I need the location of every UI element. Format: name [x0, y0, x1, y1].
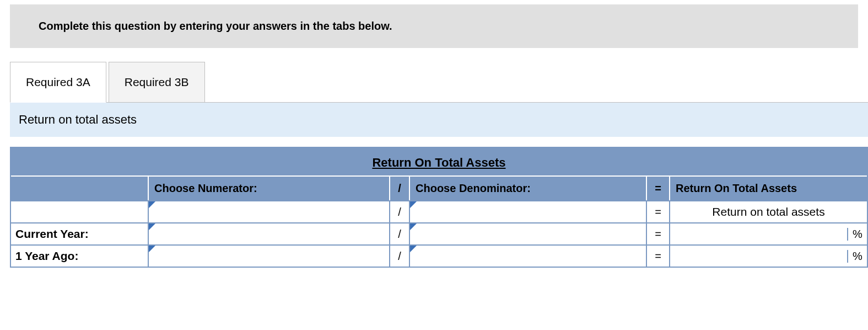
table-title: Return On Total Assets [11, 148, 867, 177]
result-cell: % [670, 222, 867, 244]
denominator-input-wrap [410, 201, 646, 222]
denominator-input[interactable] [410, 223, 646, 244]
header-result: Return On Total Assets [670, 177, 867, 200]
row-label [11, 200, 149, 222]
percent-label: % [847, 228, 867, 241]
table-header-row: Choose Numerator: / Choose Denominator: … [11, 177, 867, 200]
row-label: 1 Year Ago: [11, 244, 149, 267]
divide-op: / [390, 244, 410, 267]
instruction-bar: Complete this question by entering your … [10, 4, 858, 48]
header-equals: = [647, 177, 670, 200]
equals-op: = [647, 200, 670, 222]
denominator-cell [410, 244, 647, 267]
result-static-label: Return on total assets [670, 202, 867, 222]
percent-label: % [847, 250, 867, 263]
divide-op: / [390, 200, 410, 222]
numerator-input[interactable] [149, 246, 389, 267]
result-input[interactable] [670, 225, 847, 244]
denominator-cell [410, 200, 647, 222]
tab-label: Required 3A [26, 76, 90, 88]
numerator-input-wrap [149, 223, 389, 244]
row-label: Current Year: [11, 222, 149, 244]
header-denominator: Choose Denominator: [410, 177, 647, 200]
numerator-input-wrap [149, 201, 389, 222]
equals-op: = [647, 222, 670, 244]
equals-op: = [647, 244, 670, 267]
numerator-input[interactable] [149, 223, 389, 244]
tab-required-3a[interactable]: Required 3A [10, 62, 106, 103]
tabs-container: Required 3A Required 3B [10, 61, 868, 102]
denominator-input-wrap [410, 223, 646, 244]
numerator-input[interactable] [149, 201, 389, 222]
result-cell: % [670, 244, 867, 267]
result-input-wrap [670, 225, 847, 244]
numerator-cell [149, 244, 390, 267]
denominator-cell [410, 222, 647, 244]
numerator-input-wrap [149, 246, 389, 267]
numerator-cell [149, 222, 390, 244]
result-input-wrap [670, 247, 847, 266]
result-input[interactable] [670, 247, 847, 266]
numerator-cell [149, 200, 390, 222]
answer-table: Return On Total Assets Choose Numerator:… [10, 147, 868, 268]
divide-op: / [390, 222, 410, 244]
tab-label: Required 3B [125, 76, 189, 88]
denominator-input-wrap [410, 246, 646, 267]
table-row: Current Year: / = % [11, 222, 867, 244]
table-row: 1 Year Ago: / = % [11, 244, 867, 267]
tab-required-3b[interactable]: Required 3B [109, 62, 205, 103]
denominator-input[interactable] [410, 246, 646, 267]
header-divide: / [390, 177, 410, 200]
instruction-text: Complete this question by entering your … [39, 20, 392, 32]
header-blank [11, 177, 149, 200]
denominator-input[interactable] [410, 201, 646, 222]
description-bar: Return on total assets [10, 102, 868, 137]
description-text: Return on total assets [19, 113, 137, 126]
table-row: / = Return on total assets [11, 200, 867, 222]
header-numerator: Choose Numerator: [149, 177, 390, 200]
result-cell: Return on total assets [670, 200, 867, 222]
